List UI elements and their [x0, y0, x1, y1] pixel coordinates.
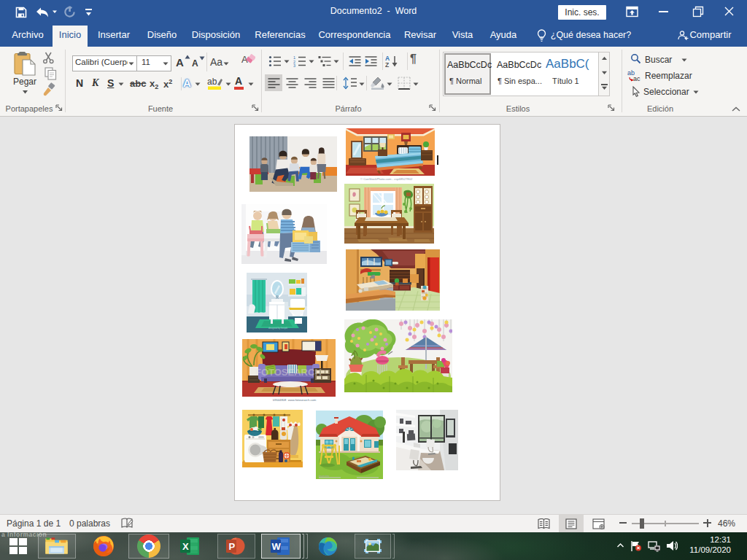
svg-text:X: X [182, 541, 189, 552]
svg-text:P: P [229, 541, 236, 552]
svg-text:ac: ac [633, 75, 640, 82]
svg-text:designed by freepik: designed by freepik [268, 327, 288, 330]
svg-text:dreamstime: dreamstime [319, 475, 330, 478]
svg-text:3: 3 [293, 63, 295, 67]
svg-text:Z: Z [385, 61, 389, 68]
svg-text:W: W [272, 541, 282, 552]
svg-text:ab: ab [207, 77, 217, 87]
svg-text:FOTOSEARCH: FOTOSEARCH [255, 367, 322, 378]
